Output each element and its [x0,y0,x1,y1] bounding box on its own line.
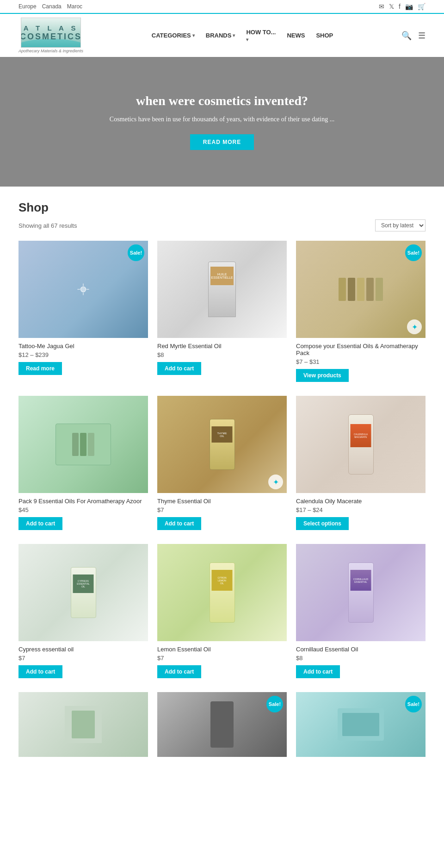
product-price-9: $8 [296,655,426,662]
hero-section: when were cosmetics invented? Cosmetics … [0,57,444,187]
product-name-6: Calendula Oily Macerate [296,498,426,505]
product-price-6: $17 – $24 [296,506,426,513]
shop-section: Shop Showing all 67 results Sort by late… [0,187,444,771]
howto-dropdown-arrow: ▾ [246,37,248,42]
shop-title: Shop [18,200,426,215]
top-bar-icons: ✉ 𝕏 f 📷 🛒 [379,3,426,10]
header: A T L A S COSMETICS Apothecary Materials… [0,14,444,57]
product-name-5: Thyme Essential Oil [157,498,287,505]
shop-meta: Showing all 67 results Sort by latest [18,219,426,231]
twitter-icon[interactable]: 𝕏 [389,3,394,10]
product-image-4 [18,396,148,493]
menu-icon[interactable]: ☰ [418,31,426,41]
product-image-placeholder-4 [18,396,148,493]
product-info-9: Cornillaud Essential Oil $8 Add to cart [296,641,426,683]
product-info-7: Cypress essential oil $7 Add to cart [18,641,148,683]
product-button-9[interactable]: Add to cart [296,665,340,678]
product-info-4: Pack 9 Essential Oils For Aromatherapy A… [18,493,148,535]
product-image-12: Sale! [296,692,426,757]
product-info-2: Red Myrtle Essential Oil $8 Add to cart [157,338,287,380]
product-image-7: CYPRESSESSENTIALOIL [18,544,148,641]
tattoo-logo-icon [77,283,90,296]
product-button-2[interactable]: Add to cart [157,362,201,375]
nav-news[interactable]: NEWS [287,32,305,39]
svg-point-0 [80,287,86,292]
product-price-4: $45 [18,506,148,513]
product-button-4[interactable]: Add to cart [18,517,62,530]
cart-icon[interactable]: 🛒 [418,3,426,10]
hero-title: when were cosmetics invented? [136,94,308,108]
top-bar-links: Europe Canada Maroc [18,3,82,10]
top-bar-canada[interactable]: Canada [42,3,62,10]
product-price-8: $7 [157,655,287,662]
instagram-icon[interactable]: 📷 [405,3,413,10]
product-image-placeholder-7: CYPRESSESSENTIALOIL [18,544,148,641]
product-name-9: Cornillaud Essential Oil [296,646,426,653]
product-image-placeholder-2: HUILEESSENTIELLE [157,241,287,338]
product-button-7[interactable]: Add to cart [18,665,62,678]
header-action-icons: 🔍 ☰ [401,31,426,41]
product-button-1[interactable]: Read more [18,362,62,375]
product-image-placeholder-5: THYMEOIL [157,396,287,493]
top-bar: Europe Canada Maroc ✉ 𝕏 f 📷 🛒 [0,0,444,14]
email-icon[interactable]: ✉ [379,3,384,10]
product-image-11: Sale! [157,692,287,757]
logo-text-bottom: COSMETICS [21,32,81,42]
main-nav: CATEGORIES ▾ BRANDS ▾ HOW TO... ▾ NEWS S… [152,29,333,42]
top-bar-maroc[interactable]: Maroc [67,3,82,10]
product-card-10 [18,692,148,757]
product-price-3: $7 – $31 [296,358,426,365]
nav-brands[interactable]: BRANDS ▾ [206,32,235,39]
sale-badge-1: Sale! [128,244,144,261]
product-image-placeholder-6: CALENDULAMACERATE [296,396,426,493]
product-price-1: $12 – $239 [18,351,148,358]
hero-read-more-button[interactable]: READ MORE [190,134,254,150]
product-image-placeholder-10 [18,692,148,757]
product-image-8: CITRONLEMONOIL [157,544,287,641]
hero-description: Cosmetics have been in use for thousands… [110,116,334,123]
sale-badge-12: Sale! [405,696,422,712]
product-image-10 [18,692,148,757]
logo-subtitle: Apothecary Materials & Ingredients [18,49,83,53]
product-price-5: $7 [157,506,287,513]
nav-howto[interactable]: HOW TO... ▾ [246,29,276,42]
thyme-icon-overlay: ✦ [268,475,283,489]
product-button-8[interactable]: Add to cart [157,665,201,678]
product-button-3[interactable]: View products [296,369,349,382]
product-image-3: Sale! ✦ [296,241,426,338]
logo-area: A T L A S COSMETICS Apothecary Materials… [18,18,83,53]
product-info-3: Compose your Essential Oils & Aromathera… [296,338,426,387]
product-name-8: Lemon Essential Oil [157,646,287,653]
logo-text-top: A T L A S [24,24,79,32]
product-card-6: CALENDULAMACERATE Calendula Oily Macerat… [296,396,426,535]
product-card-8: CITRONLEMONOIL Lemon Essential Oil $7 Ad… [157,544,287,683]
sort-select[interactable]: Sort by latest [375,219,426,231]
product-image-9: CORNILLAUDESSENTIAL [296,544,426,641]
nav-categories[interactable]: CATEGORIES ▾ [152,32,195,39]
product-button-5[interactable]: Add to cart [157,517,201,530]
top-bar-europe[interactable]: Europe [18,3,37,10]
product-name-7: Cypress essential oil [18,646,148,653]
product-card-9: CORNILLAUDESSENTIAL Cornillaud Essential… [296,544,426,683]
product-price-2: $8 [157,351,287,358]
nav-shop[interactable]: SHOP [316,32,333,39]
product-image-5: THYMEOIL ✦ [157,396,287,493]
facebook-icon[interactable]: f [399,3,401,10]
sale-badge-3: Sale! [405,244,422,261]
product-card-3: Sale! ✦ Compose your Essential Oils & Ar… [296,241,426,387]
products-grid-partial: Sale! Sale! [18,692,426,757]
categories-dropdown-arrow: ▾ [192,33,195,38]
product-info-1: Tattoo-Me Jagua Gel $12 – $239 Read more [18,338,148,380]
product-card-5: THYMEOIL ✦ Thyme Essential Oil $7 Add to… [157,396,287,535]
product-info-8: Lemon Essential Oil $7 Add to cart [157,641,287,683]
product-card-4: Pack 9 Essential Oils For Aromatherapy A… [18,396,148,535]
logo-box[interactable]: A T L A S COSMETICS [21,18,81,48]
product-button-6[interactable]: Select options [296,517,349,530]
product-image-2: HUILEESSENTIELLE [157,241,287,338]
product-info-5: Thyme Essential Oil $7 Add to cart [157,493,287,535]
product-info-6: Calendula Oily Macerate $17 – $24 Select… [296,493,426,535]
product-name-4: Pack 9 Essential Oils For Aromatherapy A… [18,498,148,505]
product-name-3: Compose your Essential Oils & Aromathera… [296,343,426,356]
product-card-11: Sale! [157,692,287,757]
search-icon[interactable]: 🔍 [401,31,412,41]
